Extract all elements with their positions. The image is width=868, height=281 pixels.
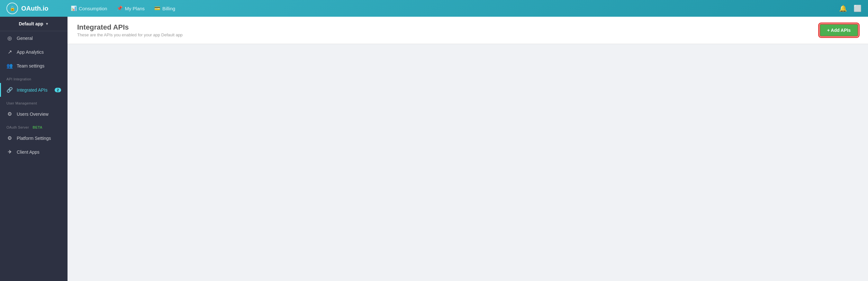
- chevron-down-icon: ▼: [45, 22, 49, 26]
- sidebar-item-team-settings[interactable]: 👥 Team settings: [0, 59, 67, 73]
- brand-name: OAuth.io: [21, 5, 48, 12]
- beta-badge: BETA: [33, 125, 42, 129]
- lock-icon: 🔒: [10, 6, 15, 11]
- sidebar-item-integrated-apis[interactable]: 🔗 Integrated APIs 2: [0, 83, 67, 97]
- nav-consumption[interactable]: 📊 Consumption: [71, 5, 107, 11]
- section-user-management: User Management: [0, 97, 67, 107]
- window-icon[interactable]: ⬜: [854, 4, 862, 12]
- add-apis-label: + Add APIs: [827, 28, 850, 33]
- top-nav-links: 📊 Consumption 📌 My Plans 💳 Billing: [71, 5, 839, 11]
- sidebar-item-label: App Analytics: [17, 50, 44, 55]
- plans-label: My Plans: [125, 6, 145, 11]
- api-icon: 🔗: [6, 87, 13, 93]
- sidebar-item-label: Users Overview: [17, 112, 49, 117]
- sidebar-item-general[interactable]: ◎ General: [0, 31, 67, 45]
- team-icon: 👥: [6, 63, 13, 69]
- layout: Default app ▼ ◎ General ↗ App Analytics …: [0, 17, 868, 281]
- page-title: Integrated APIs: [77, 23, 183, 32]
- sidebar-item-users-overview[interactable]: ⚙ Users Overview: [0, 107, 67, 121]
- page-header-text: Integrated APIs These are the APIs you e…: [77, 23, 183, 37]
- platform-icon: ⚙: [6, 135, 13, 141]
- plans-icon: 📌: [117, 5, 123, 11]
- users-icon: ⚙: [6, 111, 13, 117]
- nav-billing[interactable]: 💳 Billing: [154, 5, 175, 11]
- billing-icon: 💳: [154, 5, 160, 11]
- nav-my-plans[interactable]: 📌 My Plans: [117, 5, 145, 11]
- notification-icon[interactable]: 🔔: [839, 4, 847, 12]
- analytics-icon: ↗: [6, 49, 13, 55]
- brand-logo: 🔒: [6, 3, 18, 14]
- consumption-icon: 📊: [71, 5, 77, 11]
- app-selector[interactable]: Default app ▼: [0, 17, 67, 31]
- sidebar-item-label: Platform Settings: [17, 136, 51, 141]
- sidebar-item-label: Team settings: [17, 63, 44, 68]
- sidebar-item-platform-settings[interactable]: ⚙ Platform Settings: [0, 131, 67, 145]
- app-selector-label: Default app: [19, 21, 43, 26]
- sidebar-item-label: Integrated APIs: [17, 88, 48, 93]
- add-apis-button[interactable]: + Add APIs: [819, 24, 858, 37]
- billing-label: Billing: [162, 6, 175, 11]
- sidebar-item-client-apps[interactable]: ✈ Client Apps: [0, 145, 67, 159]
- sidebar-item-label: General: [17, 36, 33, 41]
- main-content: Integrated APIs These are the APIs you e…: [67, 17, 868, 281]
- sidebar: Default app ▼ ◎ General ↗ App Analytics …: [0, 17, 67, 281]
- top-nav: 🔒 OAuth.io 📊 Consumption 📌 My Plans 💳 Bi…: [0, 0, 868, 17]
- brand: 🔒 OAuth.io: [6, 3, 71, 14]
- page-header: Integrated APIs These are the APIs you e…: [67, 17, 868, 44]
- section-oauth-server: OAuth Server BETA: [0, 121, 67, 131]
- client-apps-icon: ✈: [6, 149, 13, 155]
- page-subtitle: These are the APIs you enabled for your …: [77, 32, 183, 37]
- section-api-integration: API Integration: [0, 73, 67, 83]
- consumption-label: Consumption: [79, 6, 107, 11]
- general-icon: ◎: [6, 35, 13, 41]
- integrated-apis-badge: 2: [55, 88, 61, 92]
- sidebar-item-app-analytics[interactable]: ↗ App Analytics: [0, 45, 67, 59]
- main-body: [67, 44, 868, 173]
- sidebar-item-label: Client Apps: [17, 150, 39, 155]
- top-nav-right: 🔔 ⬜: [839, 4, 862, 12]
